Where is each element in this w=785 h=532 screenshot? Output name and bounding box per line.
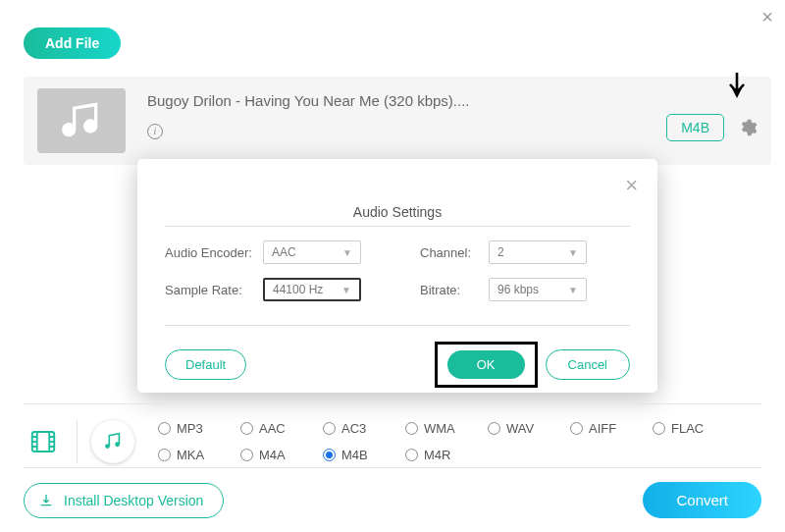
gear-icon[interactable] bbox=[738, 118, 758, 137]
format-ac3[interactable]: AC3 bbox=[323, 421, 405, 436]
svg-point-11 bbox=[105, 444, 110, 449]
format-aac[interactable]: AAC bbox=[240, 421, 323, 436]
format-m4b[interactable]: M4B bbox=[323, 448, 405, 462]
encoder-label: Audio Encoder: bbox=[165, 245, 263, 260]
arrow-annotation bbox=[728, 73, 746, 104]
cancel-button[interactable]: Cancel bbox=[546, 349, 630, 380]
format-mka[interactable]: MKA bbox=[158, 448, 240, 462]
add-file-button[interactable]: Add File bbox=[24, 27, 121, 59]
chevron-down-icon: ▼ bbox=[341, 285, 351, 295]
bottom-bar: Install Desktop Version Convert bbox=[24, 467, 761, 518]
sample-rate-select[interactable]: 44100 Hz▼ bbox=[263, 278, 361, 301]
svg-point-1 bbox=[85, 121, 96, 132]
chevron-down-icon: ▼ bbox=[568, 247, 578, 258]
format-badge[interactable]: M4B bbox=[666, 114, 724, 141]
format-mp3[interactable]: MP3 bbox=[158, 421, 240, 436]
info-icon[interactable]: i bbox=[147, 124, 163, 139]
format-bar: MP3 AAC AC3 WMA WAV AIFF FLAC MKA M4A M4… bbox=[24, 403, 761, 463]
format-radio-group: MP3 AAC AC3 WMA WAV AIFF FLAC MKA M4A M4… bbox=[158, 421, 735, 462]
install-desktop-button[interactable]: Install Desktop Version bbox=[24, 483, 224, 518]
divider bbox=[77, 420, 78, 463]
chevron-down-icon: ▼ bbox=[568, 285, 578, 295]
convert-button[interactable]: Convert bbox=[643, 482, 761, 518]
default-button[interactable]: Default bbox=[165, 349, 246, 380]
ok-highlight-box: OK bbox=[435, 342, 538, 388]
music-note-icon bbox=[60, 99, 103, 142]
ok-button[interactable]: OK bbox=[447, 350, 525, 379]
file-item: Bugoy Drilon - Having You Near Me (320 k… bbox=[24, 77, 771, 165]
svg-point-0 bbox=[64, 125, 75, 135]
chevron-down-icon: ▼ bbox=[342, 247, 352, 258]
channel-select[interactable]: 2▼ bbox=[489, 240, 587, 264]
format-aiff[interactable]: AIFF bbox=[570, 421, 653, 436]
audio-settings-modal: × Audio Settings Audio Encoder: AAC▼ Cha… bbox=[137, 159, 657, 393]
sample-rate-label: Sample Rate: bbox=[165, 283, 263, 297]
format-m4a[interactable]: M4A bbox=[240, 448, 323, 462]
file-title: Bugoy Drilon - Having You Near Me (320 k… bbox=[147, 92, 666, 109]
bitrate-label: Bitrate: bbox=[420, 283, 489, 297]
format-wav[interactable]: WAV bbox=[488, 421, 570, 436]
svg-point-12 bbox=[115, 442, 120, 447]
modal-title: Audio Settings bbox=[165, 204, 630, 220]
audio-formats-icon[interactable] bbox=[91, 420, 134, 463]
video-formats-icon[interactable] bbox=[24, 422, 63, 461]
close-icon[interactable]: × bbox=[761, 6, 773, 28]
format-m4r[interactable]: M4R bbox=[405, 448, 488, 462]
channel-label: Channel: bbox=[420, 245, 489, 260]
file-thumbnail bbox=[37, 88, 126, 153]
format-flac[interactable]: FLAC bbox=[653, 421, 735, 436]
encoder-select[interactable]: AAC▼ bbox=[263, 240, 361, 264]
bitrate-select[interactable]: 96 kbps▼ bbox=[489, 278, 587, 301]
download-icon bbox=[38, 493, 54, 508]
modal-close-icon[interactable]: × bbox=[625, 173, 638, 198]
format-wma[interactable]: WMA bbox=[405, 421, 488, 436]
